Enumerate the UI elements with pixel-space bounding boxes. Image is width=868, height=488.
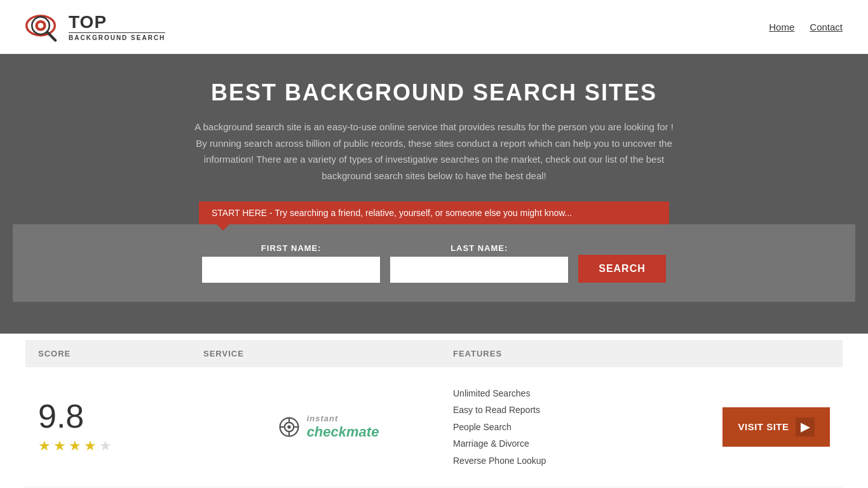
star-3: ★ bbox=[69, 438, 81, 454]
visit-button-1[interactable]: VISIT SITE ▶ bbox=[722, 407, 830, 447]
feature-1-3: People Search bbox=[453, 420, 703, 434]
nav-home[interactable]: Home bbox=[769, 22, 794, 32]
features-cell-1: Unlimited Searches Easy to Read Reports … bbox=[453, 386, 703, 468]
header-service: SERVICE bbox=[203, 349, 453, 358]
table-header: SCORE SERVICE FEATURES bbox=[25, 340, 843, 367]
logo-icon bbox=[25, 8, 64, 46]
first-name-group: FIRST NAME: bbox=[202, 243, 380, 283]
feature-1-4: Marriage & Divorce bbox=[453, 437, 703, 451]
result-row-1: 9.8 ★ ★ ★ ★ ★ bbox=[25, 367, 843, 487]
logo-text: TOP BACKGROUND SEARCH bbox=[69, 12, 165, 41]
search-box: FIRST NAME: LAST NAME: SEARCH bbox=[13, 224, 855, 302]
checkmate-logo-icon bbox=[278, 416, 301, 438]
star-2: ★ bbox=[53, 438, 66, 454]
hero-section: BEST BACKGROUND SEARCH SITES A backgroun… bbox=[0, 54, 868, 334]
checkmate-text: instant checkmate bbox=[307, 414, 379, 440]
feature-1-1: Unlimited Searches bbox=[453, 386, 703, 400]
star-1: ★ bbox=[38, 438, 51, 454]
star-4: ★ bbox=[84, 438, 97, 454]
main-nav: Home Contact bbox=[769, 22, 843, 32]
hero-title: BEST BACKGROUND SEARCH SITES bbox=[13, 79, 855, 106]
svg-point-2 bbox=[38, 23, 44, 29]
header-action bbox=[703, 349, 830, 358]
checkmate-logo: instant checkmate bbox=[278, 414, 379, 440]
visit-cell-1: VISIT SITE ▶ bbox=[703, 407, 830, 447]
feature-1-5: Reverse Phone Lookup bbox=[453, 454, 703, 468]
score-number-1: 9.8 bbox=[38, 400, 84, 433]
svg-point-7 bbox=[287, 425, 290, 428]
last-name-label: LAST NAME: bbox=[390, 243, 568, 253]
search-form: FIRST NAME: LAST NAME: SEARCH bbox=[148, 243, 720, 283]
first-name-label: FIRST NAME: bbox=[202, 243, 380, 253]
last-name-group: LAST NAME: bbox=[390, 243, 568, 283]
header-score: SCORE bbox=[38, 349, 203, 358]
last-name-input[interactable] bbox=[390, 257, 568, 283]
nav-contact[interactable]: Contact bbox=[810, 22, 843, 32]
first-name-input[interactable] bbox=[202, 257, 380, 283]
start-banner: START HERE - Try searching a friend, rel… bbox=[199, 201, 669, 224]
score-cell-1: 9.8 ★ ★ ★ ★ ★ bbox=[38, 400, 203, 454]
stars-1: ★ ★ ★ ★ ★ bbox=[38, 438, 112, 454]
star-5: ★ bbox=[99, 438, 112, 454]
visit-label-1: VISIT SITE bbox=[738, 421, 789, 432]
logo-brand: TOP bbox=[69, 12, 165, 32]
checkmate-brand: checkmate bbox=[307, 424, 379, 440]
site-header: TOP BACKGROUND SEARCH Home Contact bbox=[0, 0, 868, 54]
visit-arrow-1: ▶ bbox=[796, 417, 815, 437]
search-button[interactable]: SEARCH bbox=[578, 255, 666, 283]
logo: TOP BACKGROUND SEARCH bbox=[25, 8, 165, 46]
results-section: SCORE SERVICE FEATURES 9.8 ★ ★ ★ ★ ★ bbox=[0, 340, 868, 488]
logo-tagline: BACKGROUND SEARCH bbox=[69, 32, 165, 41]
feature-1-2: Easy to Read Reports bbox=[453, 403, 703, 417]
instant-text: instant bbox=[307, 414, 379, 424]
hero-description: A background search site is an easy-to-u… bbox=[193, 119, 675, 184]
header-features: FEATURES bbox=[453, 349, 703, 358]
service-cell-1: instant checkmate bbox=[203, 414, 453, 440]
